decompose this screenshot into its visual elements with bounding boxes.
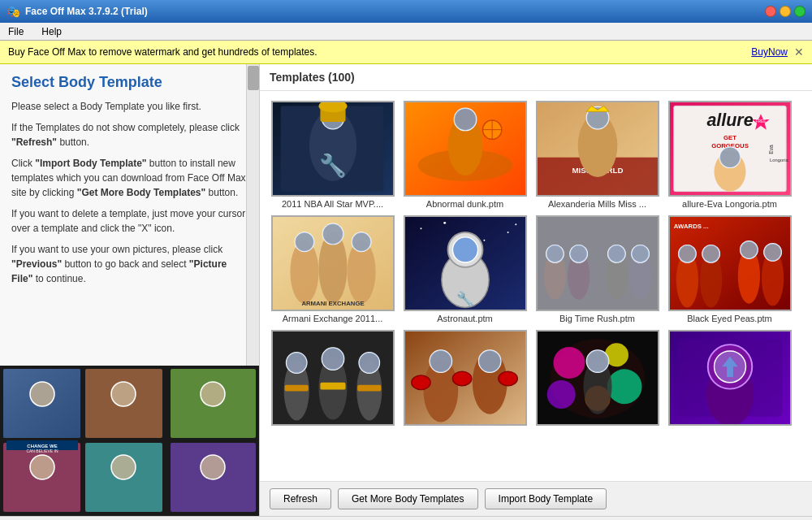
template-thumb-11 (536, 330, 659, 426)
svg-point-9 (111, 382, 136, 406)
svg-text:GET: GET (723, 134, 736, 141)
svg-text:🔧: 🔧 (456, 290, 474, 308)
banner: Buy Face Off Max to remove watermark and… (0, 41, 812, 64)
svg-point-114 (322, 348, 343, 370)
template-item-7[interactable]: Big Time Rush.ptm (534, 215, 660, 323)
svg-point-110 (286, 353, 306, 373)
template-thumb-4: allure GET GORGEOUS SKIN FREE (668, 101, 792, 197)
template-thumb-7 (536, 215, 659, 311)
maximize-button[interactable] (794, 6, 806, 17)
app-icon: 🎭 (6, 5, 20, 18)
svg-point-83 (546, 245, 563, 262)
svg-text:FREE: FREE (755, 119, 767, 124)
template-item-10[interactable] (402, 330, 528, 428)
template-item-11[interactable] (534, 330, 660, 428)
nav-bar: Previous Next (0, 516, 812, 520)
svg-point-132 (553, 347, 585, 379)
template-thumb-8: AWARDS ... (668, 215, 792, 311)
bottom-bar: Refresh Get More Body Templates Import B… (260, 481, 812, 516)
svg-point-124 (411, 375, 430, 390)
svg-point-139 (586, 350, 608, 372)
svg-point-10 (201, 382, 225, 406)
menu-file[interactable]: File (3, 24, 28, 39)
svg-point-128 (478, 350, 500, 372)
close-button[interactable] (765, 6, 776, 17)
get-more-button[interactable]: Get More Body Templates (338, 488, 478, 509)
menu-bar: File Help (0, 23, 812, 41)
template-item-1[interactable]: 🔧 2011 NBA All Star MVP.... (270, 101, 395, 209)
svg-text:CAN BELIEVE IN: CAN BELIEVE IN (26, 448, 58, 453)
svg-point-129 (498, 371, 516, 386)
svg-point-66 (443, 222, 446, 224)
svg-point-135 (546, 380, 575, 409)
svg-point-125 (452, 371, 471, 386)
template-label-7: Big Time Rush.ptm (559, 314, 635, 323)
menu-help[interactable]: Help (37, 24, 67, 39)
template-label-3: Alexanderia Mills Miss ... (548, 199, 646, 209)
svg-point-106 (763, 244, 780, 261)
template-item-12[interactable] (667, 330, 793, 428)
svg-point-97 (678, 245, 695, 262)
template-thumb-6: 🔧 (404, 215, 527, 311)
left-panel-scrollbar[interactable] (246, 64, 259, 366)
banner-text: Buy Face Off Max to remove watermark and… (8, 46, 751, 58)
left-panel: Select Body Template Please select a Bod… (0, 64, 260, 516)
title-bar: 🎭 Face Off Max 3.7.9.2 (Trial) (0, 0, 812, 23)
template-item-6[interactable]: 🔧 Astronaut.ptm (402, 215, 528, 323)
template-item-9[interactable] (270, 330, 395, 428)
svg-point-67 (507, 232, 508, 233)
template-item-3[interactable]: MISS WORLD Alexanderia Mills Miss ... (534, 101, 660, 209)
svg-point-92 (631, 245, 648, 262)
template-item-4[interactable]: allure GET GORGEOUS SKIN FREE (667, 101, 793, 209)
template-thumb-5: ARMANI EXCHANGE (271, 215, 395, 311)
right-panel: Templates (100) (260, 64, 812, 516)
left-panel-para-4: If you want to delete a template, just m… (11, 206, 248, 236)
refresh-button[interactable]: Refresh (270, 488, 331, 509)
preview-area: CHANGE WE CAN BELIEVE IN (0, 366, 260, 516)
svg-point-68 (515, 223, 516, 225)
svg-point-48 (719, 147, 740, 167)
svg-point-62 (352, 232, 370, 251)
svg-point-69 (483, 240, 485, 241)
svg-point-56 (295, 232, 313, 251)
svg-point-11 (30, 455, 54, 479)
svg-rect-115 (320, 383, 345, 390)
template-thumb-2 (404, 101, 527, 197)
template-label-2: Abnormal dunk.ptm (426, 199, 503, 209)
left-panel-para-3: Click "Import Body Template" button to i… (11, 156, 248, 200)
minimize-button[interactable] (780, 6, 791, 17)
banner-close-button[interactable]: ✕ (794, 46, 804, 58)
template-thumb-12 (668, 330, 792, 426)
template-thumb-9 (271, 330, 395, 426)
svg-text:allure: allure (706, 110, 753, 130)
svg-text:🔧: 🔧 (319, 152, 348, 179)
svg-text:Eva: Eva (767, 145, 773, 154)
svg-point-29 (454, 108, 476, 130)
svg-point-86 (569, 245, 586, 262)
svg-point-123 (430, 350, 451, 372)
buy-now-link[interactable]: BuyNow (751, 46, 788, 58)
svg-point-59 (322, 223, 343, 244)
template-label-4: allure-Eva Longoria.ptm (682, 199, 777, 209)
templates-header: Templates (100) (260, 64, 812, 91)
svg-point-100 (702, 245, 719, 262)
template-item-2[interactable]: Abnormal dunk.ptm (402, 101, 528, 209)
svg-point-118 (359, 353, 379, 373)
svg-point-13 (201, 455, 225, 479)
left-panel-para-2: If the Templates do not show completely,… (11, 120, 248, 150)
left-panel-para-5: If you want to use your own pictures, pl… (11, 242, 248, 286)
template-label-5: Armani Exchange 2011... (283, 314, 383, 323)
import-button[interactable]: Import Body Template (485, 488, 607, 509)
left-panel-para-1: Please select a Body Template you like f… (11, 99, 248, 114)
svg-point-12 (111, 455, 136, 479)
template-item-8[interactable]: AWARDS ... (667, 215, 793, 323)
svg-point-134 (607, 369, 641, 404)
preview-collage-svg: CHANGE WE CAN BELIEVE IN (0, 366, 260, 516)
svg-rect-119 (357, 385, 381, 392)
templates-grid-container[interactable]: 🔧 2011 NBA All Star MVP.... (260, 91, 812, 481)
template-label-1: 2011 NBA All Star MVP.... (282, 199, 383, 209)
window-controls (765, 6, 806, 17)
template-label-6: Astronaut.ptm (437, 314, 492, 323)
template-item-5[interactable]: ARMANI EXCHANGE Armani Exchange 2011... (270, 215, 395, 323)
main-content: Select Body Template Please select a Bod… (0, 64, 812, 516)
